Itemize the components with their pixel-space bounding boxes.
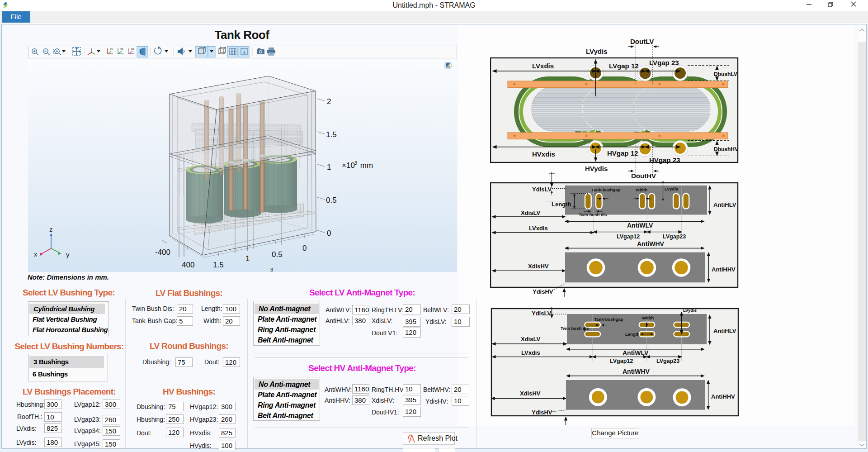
svg-text:HVydis: HVydis (585, 165, 608, 172)
svg-text:DbushLV: DbushLV (714, 71, 737, 77)
svg-text:YdisHV: YdisHV (533, 288, 553, 295)
svg-text:XdisLV: XdisLV (521, 209, 540, 216)
svg-text:AntiWHV: AntiWHV (623, 368, 650, 375)
svg-text:Width: Width (642, 315, 654, 320)
svg-text:AntiWLV: AntiWLV (623, 349, 649, 357)
svg-text:HVgap 23: HVgap 23 (649, 156, 680, 164)
svg-text:2: 2 (327, 97, 331, 106)
svg-text:YdisHV: YdisHV (532, 409, 552, 416)
svg-text:0.5: 0.5 (326, 196, 337, 205)
svg-text:AntiWHV: AntiWHV (637, 240, 665, 247)
svg-text:AntiWLV: AntiWLV (627, 222, 653, 229)
svg-text:LVydis: LVydis (586, 48, 608, 55)
svg-text:Twin bush dis: Twin bush dis (579, 212, 607, 217)
svg-text:LVxdis: LVxdis (521, 349, 540, 356)
svg-text:DbushHV: DbushHV (714, 146, 738, 152)
svg-text:0: 0 (302, 244, 307, 252)
svg-text:AntiHLV: AntiHLV (713, 328, 736, 334)
svg-text:XdisHV: XdisHV (520, 390, 541, 397)
svg-text:LVxdis: LVxdis (532, 62, 554, 70)
svg-text:DoutLV: DoutLV (630, 38, 654, 45)
svg-text:LVgap 23: LVgap 23 (649, 59, 679, 67)
svg-text:Twin bush dis: Twin bush dis (561, 326, 589, 331)
svg-text:0: 0 (327, 229, 331, 238)
svg-text:Tank-bushgap: Tank-bushgap (594, 317, 623, 322)
svg-text:AntiHHV: AntiHHV (712, 266, 736, 273)
svg-text:LVgap23: LVgap23 (656, 358, 679, 364)
svg-text:1.5: 1.5 (213, 261, 224, 269)
svg-text:3: 3 (354, 160, 357, 166)
svg-text:XdisLV: XdisLV (521, 336, 540, 343)
svg-text:YdisLV: YdisLV (532, 310, 551, 317)
svg-text:Width: Width (636, 187, 647, 192)
svg-text:HVgap 12: HVgap 12 (607, 149, 638, 157)
svg-text:LVydis: LVydis (665, 186, 678, 191)
svg-text:mm: mm (358, 161, 373, 170)
svg-text:xy: xy (110, 48, 113, 50)
svg-text:Tank-bushgap: Tank-bushgap (591, 187, 620, 192)
svg-text:1.5: 1.5 (326, 130, 337, 139)
svg-text:z: z (49, 225, 53, 233)
svg-text:LVgap23: LVgap23 (663, 233, 686, 240)
svg-text:3: 3 (270, 267, 273, 272)
svg-text:AntiHLV: AntiHLV (713, 201, 736, 208)
svg-text:0.5: 0.5 (272, 250, 283, 259)
svg-text:Length: Length (552, 201, 571, 208)
svg-text:LVgap12: LVgap12 (617, 233, 640, 240)
svg-text:y: y (66, 251, 70, 258)
svg-text:XdisHV: XdisHV (528, 263, 549, 270)
svg-text:HVxdis: HVxdis (532, 150, 555, 158)
svg-text:xz: xz (131, 48, 134, 50)
svg-text:LVydis: LVydis (683, 308, 697, 313)
svg-text:-400: -400 (155, 248, 170, 257)
svg-text:1: 1 (245, 254, 250, 263)
svg-text:AntiHHV: AntiHHV (711, 393, 735, 400)
svg-text:LVgap 12: LVgap 12 (609, 62, 639, 70)
svg-text:Length: Length (625, 332, 640, 337)
svg-text:1: 1 (327, 163, 331, 171)
svg-text:DoutHV: DoutHV (631, 172, 656, 180)
svg-text:LVxdis: LVxdis (529, 225, 548, 232)
svg-text:LVgap12: LVgap12 (610, 358, 633, 364)
svg-text:400: 400 (182, 261, 194, 269)
svg-text:YdisLV: YdisLV (532, 186, 552, 193)
svg-text:×10: ×10 (342, 161, 355, 170)
svg-text:x: x (34, 250, 38, 258)
svg-text:yz: yz (120, 48, 123, 50)
